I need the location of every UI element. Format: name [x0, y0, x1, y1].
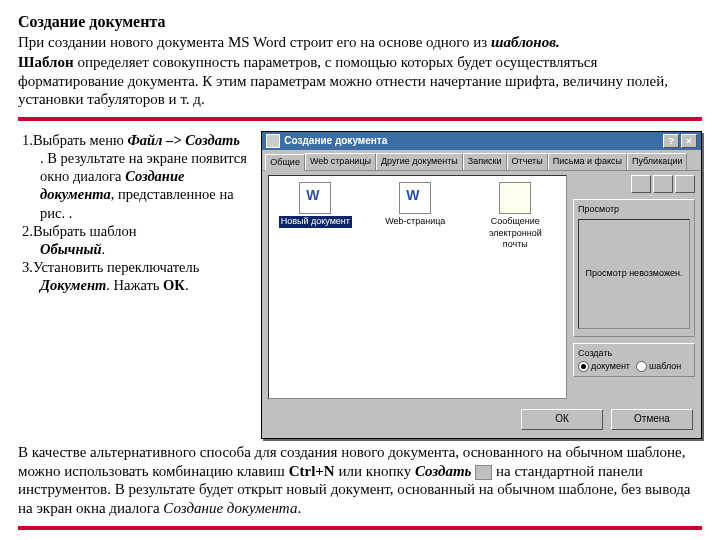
radio-dot-icon [636, 361, 647, 372]
radio-dot-icon [578, 361, 589, 372]
step-2: 2.Выбрать шаблон Обычный. [22, 222, 251, 258]
close-button[interactable]: × [681, 134, 697, 148]
step-1: 1.Выбрать меню Файл –> Создать . В резул… [22, 131, 251, 222]
radio-label: документ [591, 361, 630, 372]
preview-group: Просмотр Просмотр невозможен. [573, 199, 695, 336]
radio-template[interactable]: шаблон [636, 361, 681, 372]
menu-path: Файл –> Создать [127, 132, 240, 148]
text: . [102, 241, 106, 257]
button-name-create: Создать [415, 463, 472, 479]
term-templates: шаблонов. [491, 34, 560, 50]
template-new-document[interactable]: Новый документ [275, 182, 355, 227]
template-name: Обычный [40, 241, 102, 257]
envelope-icon [499, 182, 531, 214]
template-label: Web-страница [385, 216, 445, 227]
template-label: Сообщение электронной почты [475, 216, 555, 250]
step-3: 3.Установить переключатель Документ. Наж… [22, 258, 251, 294]
text: При создании нового документа MS Word ст… [18, 34, 491, 50]
tab-other-docs[interactable]: Другие документы [376, 153, 463, 170]
text: . Нажать [106, 277, 163, 293]
create-group: Создать документ шаблон [573, 343, 695, 378]
tab-letters[interactable]: Письма и факсы [548, 153, 627, 170]
system-icon [266, 134, 280, 148]
term-template: Шаблон [18, 54, 74, 70]
template-web-page[interactable]: Web-страница [375, 182, 455, 227]
dialog-create-document: Создание документа ? × Общие Web страниц… [261, 131, 702, 439]
text: . [297, 500, 301, 516]
group-label: Просмотр [578, 204, 690, 215]
dialog-title: Создание документа [284, 135, 387, 148]
intro-paragraph-2: Шаблон определяет совокупность параметро… [18, 53, 702, 109]
help-button[interactable]: ? [663, 134, 679, 148]
bottom-paragraph: В качестве альтернативного способа для с… [18, 443, 702, 518]
tab-general[interactable]: Общие [265, 154, 305, 171]
tab-publications[interactable]: Публикации [627, 153, 687, 170]
heading: Создание документа [18, 12, 702, 32]
group-label: Создать [578, 348, 690, 359]
text: 3.Установить переключатель [22, 259, 199, 275]
word-icon [299, 182, 331, 214]
dialog-name: Создание документа [163, 500, 297, 516]
text: 1.Выбрать меню [22, 132, 127, 148]
steps-list: 1.Выбрать меню Файл –> Создать . В резул… [18, 131, 251, 439]
radio-label: шаблон [649, 361, 681, 372]
view-list-button[interactable] [653, 175, 673, 193]
text: или кнопку [335, 463, 415, 479]
radio-name-document: Документ [40, 277, 106, 293]
template-list[interactable]: Новый документ Web-страница Сообщение эл… [268, 175, 567, 399]
tab-web[interactable]: Web страницы [305, 153, 376, 170]
ok-button[interactable]: ОК [521, 409, 603, 430]
template-label: Новый документ [279, 216, 352, 227]
radio-document[interactable]: документ [578, 361, 630, 372]
text: 2.Выбрать шаблон [22, 223, 136, 239]
cancel-button[interactable]: Отмена [611, 409, 693, 430]
intro-paragraph-1: При создании нового документа MS Word ст… [18, 33, 702, 52]
divider-red-bottom [18, 526, 702, 530]
shortcut-ctrl-n: Ctrl+N [289, 463, 335, 479]
text: . [185, 277, 189, 293]
template-email[interactable]: Сообщение электронной почты [475, 182, 555, 250]
view-mode-buttons [573, 175, 695, 193]
preview-pane: Просмотр невозможен. [578, 219, 690, 329]
tab-strip: Общие Web страницы Другие документы Запи… [262, 150, 701, 171]
word-icon [399, 182, 431, 214]
text: определяет совокупность параметров, с по… [18, 54, 668, 108]
tab-notes[interactable]: Записки [463, 153, 507, 170]
view-details-button[interactable] [675, 175, 695, 193]
dialog-titlebar[interactable]: Создание документа ? × [262, 132, 701, 150]
view-large-icons-button[interactable] [631, 175, 651, 193]
toolbar-new-doc-icon [475, 465, 492, 480]
button-name-ok: ОК [163, 277, 185, 293]
tab-reports[interactable]: Отчеты [507, 153, 548, 170]
divider-red [18, 117, 702, 121]
